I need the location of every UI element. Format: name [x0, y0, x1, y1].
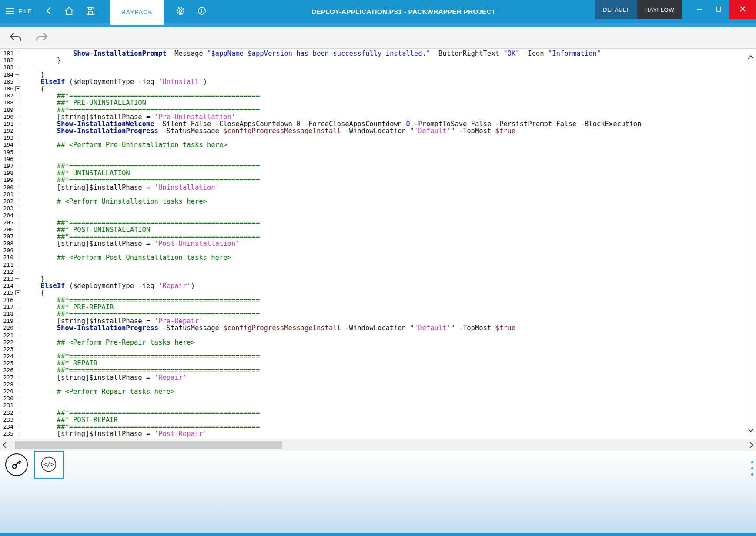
- horizontal-scrollbar[interactable]: [0, 439, 756, 451]
- code-line[interactable]: 210 ## <Perform Post-Uninstallation task…: [0, 254, 745, 261]
- code-line[interactable]: 207 ##*=================================…: [0, 233, 745, 240]
- key-tool-icon: [9, 457, 24, 473]
- code-line[interactable]: 192 Show-InstallationProgress -StatusMes…: [0, 127, 745, 134]
- code-line[interactable]: 218 ##*=================================…: [0, 311, 745, 318]
- code-line[interactable]: 182 }: [0, 57, 745, 64]
- line-number: 193: [0, 134, 15, 141]
- save-button[interactable]: [80, 0, 101, 23]
- code-line[interactable]: 186 {: [0, 85, 745, 92]
- default-button[interactable]: DEFAULT: [595, 0, 637, 19]
- code-line[interactable]: 183: [0, 64, 745, 71]
- code-line[interactable]: 208 [string]$installPhase = 'Post-Uninst…: [0, 240, 745, 247]
- code-line[interactable]: 223: [0, 346, 745, 353]
- back-button[interactable]: [39, 0, 58, 23]
- code-line[interactable]: 203: [0, 205, 745, 212]
- code-text: [24, 191, 745, 198]
- code-line[interactable]: 230: [0, 395, 745, 402]
- code-line[interactable]: 204: [0, 212, 745, 219]
- code-line[interactable]: 194 ## <Perform Pre-Uninstallation tasks…: [0, 141, 745, 148]
- code-line[interactable]: 212: [0, 268, 745, 275]
- titlebar-spacer: [682, 0, 690, 19]
- vertical-scrollbar[interactable]: [745, 49, 756, 439]
- code-line[interactable]: 196: [0, 156, 745, 163]
- code-line[interactable]: 232 ##*=================================…: [0, 409, 745, 416]
- key-tool-button[interactable]: [5, 453, 28, 476]
- code-text: ##* POST-UNINSTALLATION: [24, 226, 745, 233]
- close-button[interactable]: [729, 0, 756, 19]
- code-line[interactable]: 229 # <Perform Repair tasks here>: [0, 388, 745, 395]
- code-text: [string]$installPhase = 'Pre-Uninstallat…: [24, 114, 745, 121]
- fold-gutter: [15, 367, 24, 374]
- code-line[interactable]: 221: [0, 332, 745, 339]
- code-line[interactable]: 233 ##* POST-REPAIR: [0, 416, 745, 423]
- code-line[interactable]: 197 ##*=================================…: [0, 163, 745, 170]
- scroll-right-button[interactable]: [749, 441, 754, 450]
- code-line[interactable]: 234 ##*=================================…: [0, 423, 745, 430]
- line-number: 209: [0, 247, 15, 254]
- code-line[interactable]: 227 [string]$installPhase = 'Repair': [0, 374, 745, 381]
- code-line[interactable]: 222 ## <Perform Pre-Repair tasks here>: [0, 339, 745, 346]
- code-line[interactable]: 188 ##* PRE-UNINSTALLATION: [0, 99, 745, 106]
- code-line[interactable]: 199 ##*=================================…: [0, 177, 745, 184]
- code-line[interactable]: 209: [0, 247, 745, 254]
- line-number: 227: [0, 374, 15, 381]
- undo-button[interactable]: [7, 30, 24, 46]
- titlebar: FILE RAYPACK DEPLOY-APPLICATION.: [0, 0, 756, 23]
- code-line[interactable]: 190 [string]$installPhase = 'Pre-Uninsta…: [0, 114, 745, 121]
- overflow-dots-handle[interactable]: [751, 461, 753, 476]
- code-line[interactable]: 200 [string]$installPhase = 'Uninstallat…: [0, 184, 745, 191]
- fold-gutter: [15, 247, 24, 254]
- settings-button[interactable]: [170, 0, 191, 23]
- fold-toggle[interactable]: [15, 289, 24, 296]
- code-line[interactable]: 217 ##* PRE-REPAIR: [0, 304, 745, 311]
- fold-collapse-icon[interactable]: [15, 290, 20, 295]
- code-line[interactable]: 220 Show-InstallationProgress -StatusMes…: [0, 325, 745, 332]
- tab-raypack[interactable]: RAYPACK: [110, 0, 164, 25]
- code-line[interactable]: 187 ##*=================================…: [0, 92, 745, 99]
- rayflow-button[interactable]: RAYFLOW: [637, 0, 682, 19]
- code-line[interactable]: 181 Show-InstallationPrompt -Message "$a…: [0, 50, 745, 57]
- scroll-up-button[interactable]: [747, 53, 755, 61]
- redo-button[interactable]: [33, 30, 50, 46]
- code-line[interactable]: 215 {: [0, 289, 745, 296]
- code-line[interactable]: 231: [0, 402, 745, 409]
- code-line[interactable]: 216 ##*=================================…: [0, 297, 745, 304]
- code-line[interactable]: 201: [0, 191, 745, 198]
- fold-toggle[interactable]: [15, 85, 24, 92]
- code-line[interactable]: 224 ##*=================================…: [0, 353, 745, 360]
- fold-collapse-icon[interactable]: [15, 86, 20, 91]
- code-line[interactable]: 189 ##*=================================…: [0, 107, 745, 114]
- code-line[interactable]: 225 ##* REPAIR: [0, 360, 745, 367]
- code-line[interactable]: 195: [0, 149, 745, 156]
- code-line[interactable]: 213 }: [0, 275, 745, 282]
- home-button[interactable]: [58, 0, 80, 23]
- code-text: [24, 247, 745, 254]
- code-line[interactable]: 205 ##*=================================…: [0, 219, 745, 226]
- code-line[interactable]: 206 ##* POST-UNINSTALLATION: [0, 226, 745, 233]
- code-line[interactable]: 228: [0, 381, 745, 388]
- fold-gutter: [15, 402, 24, 409]
- code-line[interactable]: 214 ElseIf ($deploymentType -ieq 'Repair…: [0, 282, 745, 289]
- minimize-button[interactable]: [690, 0, 709, 19]
- code-line[interactable]: 202 # <Perform Uninstallation tasks here…: [0, 198, 745, 205]
- code-line[interactable]: 198 ##* UNINSTALLATION: [0, 170, 745, 177]
- code-line[interactable]: 211: [0, 261, 745, 268]
- scroll-left-button[interactable]: [2, 441, 7, 450]
- code-line[interactable]: 184 }: [0, 71, 745, 78]
- code-line[interactable]: 235 [string]$installPhase = 'Post-Repair…: [0, 430, 745, 437]
- line-number: 195: [0, 149, 15, 156]
- code-line[interactable]: 193: [0, 134, 745, 141]
- fold-gutter: [15, 163, 24, 170]
- code-line[interactable]: 185 ElseIf ($deploymentType -ieq 'Uninst…: [0, 78, 745, 85]
- code-lines-container: 181 Show-InstallationPrompt -Message "$a…: [0, 49, 745, 439]
- info-button[interactable]: [191, 0, 212, 23]
- code-line[interactable]: 219 [string]$installPhase = 'Pre-Repair': [0, 318, 745, 325]
- code-text: ##*=====================================…: [24, 177, 745, 184]
- code-line[interactable]: 226 ##*=================================…: [0, 367, 745, 374]
- maximize-button[interactable]: [709, 0, 728, 19]
- scroll-down-button[interactable]: [747, 426, 755, 434]
- code-view-button[interactable]: </>: [34, 451, 64, 479]
- code-line[interactable]: 191 Show-InstallationWelcome -Silent Fal…: [0, 121, 745, 127]
- horizontal-scroll-thumb[interactable]: [15, 441, 282, 449]
- file-menu-button[interactable]: FILE: [0, 0, 39, 23]
